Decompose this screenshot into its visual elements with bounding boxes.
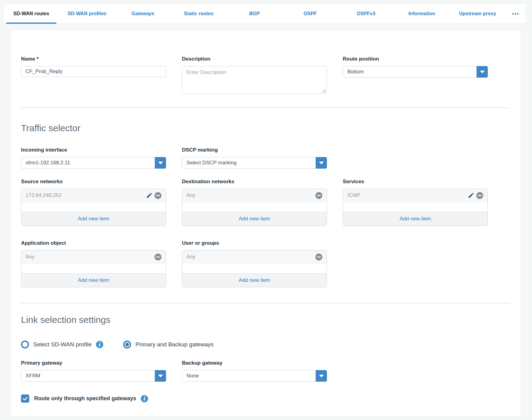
radio-label: Primary and Backup gateways [135,341,214,348]
primary-gateway-field-group: Primary gateway XFRM [21,360,166,382]
incoming-interface-dropdown[interactable]: xfrm1-192.168.2.11 [21,157,166,169]
route-position-value: Bottom [343,66,477,77]
pencil-icon [146,192,153,199]
tab-sdwan-profiles[interactable]: SD-WAN profiles [59,4,115,23]
link-selection-title: Link selection settings [21,314,510,325]
sdwan-route-form-card: Name * Description Route position Bottom… [10,30,521,416]
application-object-field-group: Application object Any Add new item [21,240,166,287]
source-network-value: 172.64.240.252 [26,192,145,198]
dropdown-button[interactable] [316,157,327,169]
route-position-dropdown[interactable]: Bottom [343,66,488,78]
pencil-icon [468,192,474,199]
backup-gateway-value: None [182,370,316,381]
chevron-down-icon [158,375,163,377]
route-only-checkbox-row: Route only through specified gateways [21,394,510,403]
info-circle-icon [96,341,104,348]
remove-item-button[interactable] [154,253,162,261]
dropdown-button[interactable] [155,370,166,382]
application-object-label: Application object [21,240,166,246]
backup-gateway-dropdown[interactable]: None [182,370,327,382]
minus-circle-icon [476,192,484,199]
name-field-group: Name * [21,56,166,94]
general-fields-row: Name * Description Route position Bottom [21,56,510,94]
edit-item-button[interactable] [145,191,154,200]
edit-item-button[interactable] [467,191,475,200]
link-selection-radio-group: Select SD-WAN profile Primary and Backup… [21,341,510,348]
incoming-interface-field-group: Incoming interface xfrm1-192.168.2.11 [21,147,166,169]
chevron-down-icon [319,375,324,377]
chevron-down-icon [480,71,485,73]
radio-primary-backup-gateways[interactable]: Primary and Backup gateways [123,341,214,348]
source-networks-listbox: 172.64.240.252 Add new item [21,189,166,226]
remove-item-button[interactable] [314,191,323,200]
list-item: 172.64.240.252 [21,189,166,202]
backup-gateway-label: Backup gateway [182,360,327,366]
route-only-info-button[interactable] [140,395,148,403]
minus-circle-icon [315,253,323,261]
traffic-selector-title: Traffic selector [21,123,510,134]
user-or-groups-value: Any [186,254,314,260]
dropdown-button[interactable] [477,66,488,78]
tab-ospfv3[interactable]: OSPFv3 [338,4,394,23]
list-empty-area [21,202,166,212]
section-divider [21,303,510,303]
add-new-item-button[interactable]: Add new item [21,212,166,226]
name-input[interactable] [21,66,166,77]
radio-selected-icon[interactable] [123,341,131,348]
service-value: ICMP [347,192,467,198]
tab-bgp[interactable]: BGP [226,4,282,23]
services-listbox: ICMP Add new item [343,189,488,226]
primary-gateway-dropdown[interactable]: XFRM [21,370,166,382]
add-new-item-button[interactable]: Add new item [343,212,488,226]
radio-select-sdwan-profile[interactable]: Select SD-WAN profile [21,341,91,348]
list-item: Any [21,250,166,264]
add-new-item-button[interactable]: Add new item [21,273,166,287]
dscp-marking-placeholder: Select DSCP marking [182,157,316,168]
list-empty-area [343,202,488,212]
backup-gateway-field-group: Backup gateway None [182,360,327,382]
application-users-row: Application object Any Add new item User… [21,240,510,287]
tab-gateways[interactable]: Gateways [115,4,171,23]
sdwan-profile-info-button[interactable] [96,341,104,348]
info-circle-icon [140,395,148,403]
application-object-listbox: Any Add new item [21,250,166,287]
dscp-marking-field-group: DSCP marking Select DSCP marking [182,147,327,169]
tab-static-routes[interactable]: Static routes [171,4,226,23]
description-label: Description [182,56,327,62]
description-textarea[interactable] [182,66,327,94]
tab-ospf[interactable]: OSPF [282,4,338,23]
ellipsis-icon [515,13,516,15]
dropdown-button[interactable] [155,157,166,169]
minus-circle-icon [154,253,162,261]
dscp-marking-dropdown[interactable]: Select DSCP marking [182,157,327,169]
tab-sdwan-routes[interactable]: SD-WAN routes [3,4,59,23]
dropdown-button[interactable] [316,370,327,382]
minus-circle-icon [315,192,323,199]
tab-information[interactable]: Information [394,4,450,23]
list-item: Any [182,189,327,202]
radio-unselected-icon[interactable] [21,341,29,348]
add-new-item-button[interactable]: Add new item [182,212,327,226]
remove-item-button[interactable] [314,253,323,261]
more-tabs-button[interactable] [505,4,526,23]
remove-item-button[interactable] [154,191,162,200]
list-item: Any [182,250,327,264]
user-or-groups-listbox: Any Add new item [182,250,327,287]
description-field-group: Description [182,56,327,94]
networks-services-row: Source networks 172.64.240.252 Add new i… [21,179,510,226]
section-divider [21,107,510,108]
dscp-marking-label: DSCP marking [182,147,327,153]
services-label: Services [343,179,488,185]
remove-item-button[interactable] [475,191,484,200]
list-empty-area [182,264,327,273]
chevron-down-icon [158,162,163,164]
destination-network-value: Any [186,192,314,198]
add-new-item-button[interactable]: Add new item [182,273,327,287]
primary-gateway-label: Primary gateway [21,360,166,366]
chevron-down-icon [319,162,324,164]
radio-label: Select SD-WAN profile [33,341,91,348]
tab-upstream-proxy[interactable]: Upstream proxy [450,4,505,23]
route-only-checkbox[interactable] [21,394,29,403]
check-icon [22,396,28,401]
source-networks-label: Source networks [21,179,166,185]
